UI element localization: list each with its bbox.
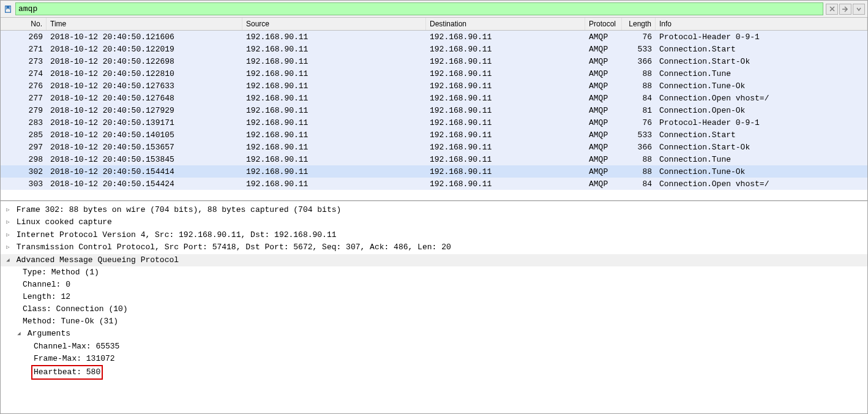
tree-channel[interactable]: Channel: 0 xyxy=(4,279,864,291)
tree-chmax-label: Channel-Max: 65535 xyxy=(34,342,119,351)
packet-cell: 192.168.90.11 xyxy=(242,43,426,56)
packet-details-pane[interactable]: Frame 302: 88 bytes on wire (704 bits), … xyxy=(1,201,867,414)
packet-cell: 302 xyxy=(1,165,47,178)
packet-cell: 2018-10-12 20:40:50.154424 xyxy=(47,178,242,190)
tree-amqp[interactable]: Advanced Message Queueing Protocol xyxy=(1,254,867,266)
col-header-proto[interactable]: Protocol xyxy=(585,18,622,30)
packet-cell: 192.168.90.11 xyxy=(426,80,585,92)
packet-cell: Connection.Tune xyxy=(656,153,867,166)
packet-row[interactable]: 2742018-10-12 20:40:50.122810192.168.90.… xyxy=(1,67,867,80)
packet-cell: 76 xyxy=(622,31,656,43)
tree-heartbeat[interactable]: Heartbeat: 580 xyxy=(4,365,864,380)
packet-cell: 366 xyxy=(622,141,656,154)
packet-cell: AMQP xyxy=(585,31,622,43)
packet-cell: 366 xyxy=(622,55,656,68)
packet-row[interactable]: 3022018-10-12 20:40:50.154414192.168.90.… xyxy=(1,165,867,178)
packet-row[interactable]: 2852018-10-12 20:40:50.140105192.168.90.… xyxy=(1,129,867,141)
packet-cell: 298 xyxy=(1,153,47,166)
packet-cell: 277 xyxy=(1,92,47,105)
packet-cell: 192.168.90.11 xyxy=(426,92,585,105)
packet-list-pane: No. Time Source Destination Protocol Len… xyxy=(1,18,867,201)
packet-row[interactable]: 2772018-10-12 20:40:50.127648192.168.90.… xyxy=(1,92,867,104)
expand-toggle-icon[interactable] xyxy=(4,254,12,266)
packet-cell: 192.168.90.11 xyxy=(242,153,426,166)
packet-row[interactable]: 2792018-10-12 20:40:50.127929192.168.90.… xyxy=(1,104,867,116)
tree-frame-label: Frame 302: 88 bytes on wire (704 bits), … xyxy=(17,205,342,214)
tree-linux-label: Linux cooked capture xyxy=(17,218,112,227)
packet-cell: 285 xyxy=(1,129,47,141)
packet-cell: Connection.Start xyxy=(656,43,867,56)
tree-length[interactable]: Length: 12 xyxy=(4,291,864,303)
packet-row[interactable]: 2972018-10-12 20:40:50.153657192.168.90.… xyxy=(1,141,867,153)
expand-toggle-icon[interactable] xyxy=(4,216,12,228)
packet-cell: 192.168.90.11 xyxy=(426,129,585,141)
packet-cell: 192.168.90.11 xyxy=(426,141,585,154)
packet-cell: 192.168.90.11 xyxy=(426,178,585,190)
packet-cell: 2018-10-12 20:40:50.139171 xyxy=(47,116,242,129)
packet-row[interactable]: 2692018-10-12 20:40:50.121606192.168.90.… xyxy=(1,31,867,43)
packet-cell: 2018-10-12 20:40:50.127648 xyxy=(47,92,242,105)
tree-linux[interactable]: Linux cooked capture xyxy=(4,216,864,228)
apply-filter-button[interactable] xyxy=(839,4,851,15)
tree-frame[interactable]: Frame 302: 88 bytes on wire (704 bits), … xyxy=(4,204,864,216)
col-header-time[interactable]: Time xyxy=(47,18,242,30)
tree-type[interactable]: Type: Method (1) xyxy=(4,266,864,279)
expand-toggle-icon[interactable] xyxy=(4,229,12,241)
packet-cell: 192.168.90.11 xyxy=(242,80,426,92)
packet-cell: AMQP xyxy=(585,43,622,56)
packet-cell: 2018-10-12 20:40:50.122810 xyxy=(47,67,242,80)
packet-cell: 2018-10-12 20:40:50.122019 xyxy=(47,43,242,56)
packet-cell: 2018-10-12 20:40:50.127929 xyxy=(47,104,242,117)
packet-row[interactable]: 2762018-10-12 20:40:50.127633192.168.90.… xyxy=(1,80,867,92)
packet-cell: Protocol-Header 0-9-1 xyxy=(656,116,867,129)
tree-method[interactable]: Method: Tune-Ok (31) xyxy=(4,315,864,328)
packet-cell: 84 xyxy=(622,178,656,190)
bookmark-filter-icon[interactable] xyxy=(3,4,13,14)
col-header-no[interactable]: No. xyxy=(1,18,47,30)
packet-cell: 192.168.90.11 xyxy=(242,55,426,68)
packet-cell: 279 xyxy=(1,104,47,117)
tree-ip[interactable]: Internet Protocol Version 4, Src: 192.16… xyxy=(4,229,864,241)
packet-cell: 274 xyxy=(1,67,47,80)
packet-row[interactable]: 2712018-10-12 20:40:50.122019192.168.90.… xyxy=(1,43,867,55)
packet-cell: 192.168.90.11 xyxy=(426,153,585,166)
col-header-dst[interactable]: Destination xyxy=(426,18,585,30)
tree-class-label: Class: Connection (10) xyxy=(23,304,128,314)
packet-cell: 192.168.90.11 xyxy=(426,31,585,43)
packet-cell: 192.168.90.11 xyxy=(242,92,426,105)
filter-bar xyxy=(1,1,867,18)
col-header-src[interactable]: Source xyxy=(242,18,426,30)
packet-cell: 297 xyxy=(1,141,47,154)
tree-length-label: Length: 12 xyxy=(23,292,70,301)
col-header-info[interactable]: Info xyxy=(656,18,867,30)
tree-frmax[interactable]: Frame-Max: 131072 xyxy=(4,353,864,365)
packet-list-body[interactable]: 2692018-10-12 20:40:50.121606192.168.90.… xyxy=(1,31,867,190)
clear-filter-button[interactable] xyxy=(826,4,838,15)
packet-cell: Connection.Tune-Ok xyxy=(656,80,867,92)
packet-row[interactable]: 2732018-10-12 20:40:50.122698192.168.90.… xyxy=(1,55,867,67)
packet-row[interactable]: 2982018-10-12 20:40:50.153845192.168.90.… xyxy=(1,153,867,165)
packet-cell: 192.168.90.11 xyxy=(426,43,585,56)
packet-cell: Connection.Tune-Ok xyxy=(656,165,867,178)
packet-cell: AMQP xyxy=(585,67,622,80)
packet-cell: 192.168.90.11 xyxy=(242,104,426,117)
packet-cell: 2018-10-12 20:40:50.140105 xyxy=(47,129,242,141)
packet-cell: 192.168.90.11 xyxy=(242,129,426,141)
expand-toggle-icon[interactable] xyxy=(15,328,23,340)
packet-row[interactable]: 2832018-10-12 20:40:50.139171192.168.90.… xyxy=(1,116,867,129)
tree-class[interactable]: Class: Connection (10) xyxy=(4,303,864,315)
tree-chmax[interactable]: Channel-Max: 65535 xyxy=(4,341,864,353)
packet-cell: AMQP xyxy=(585,153,622,166)
display-filter-input[interactable] xyxy=(15,2,823,15)
packet-cell: 88 xyxy=(622,165,656,178)
packet-row[interactable]: 3032018-10-12 20:40:50.154424192.168.90.… xyxy=(1,178,867,190)
expand-toggle-icon[interactable] xyxy=(4,241,12,254)
tree-method-label: Method: Tune-Ok (31) xyxy=(23,317,118,326)
tree-args-label: Arguments xyxy=(28,329,70,339)
tree-args[interactable]: Arguments xyxy=(4,328,864,340)
filter-dropdown-button[interactable] xyxy=(853,4,865,15)
tree-tcp[interactable]: Transmission Control Protocol, Src Port:… xyxy=(4,241,864,254)
col-header-len[interactable]: Length xyxy=(622,18,656,30)
expand-toggle-icon[interactable] xyxy=(4,204,12,216)
tree-frmax-label: Frame-Max: 131072 xyxy=(34,354,115,363)
